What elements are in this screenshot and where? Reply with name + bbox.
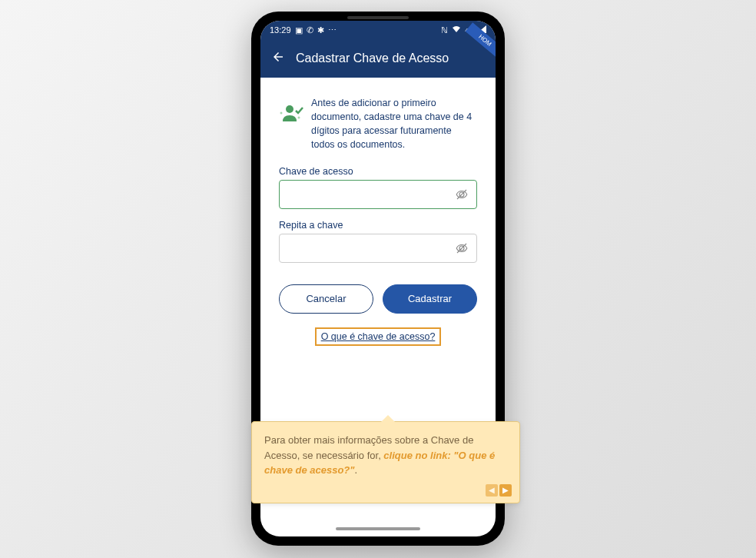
svg-point-2	[298, 117, 300, 119]
field-access-key: Chave de acesso	[279, 166, 477, 209]
tutorial-tooltip: Para obter mais informações sobre a Chav…	[251, 421, 520, 503]
tooltip-prev-button[interactable]: ◀	[486, 484, 498, 497]
svg-point-1	[280, 112, 283, 115]
button-row: Cancelar Cadastrar	[279, 284, 477, 314]
ellipsis-icon: ⋯	[328, 25, 337, 35]
access-key-input-wrap[interactable]	[279, 180, 477, 209]
repeat-key-input[interactable]	[280, 242, 455, 254]
repeat-key-input-wrap[interactable]	[279, 234, 477, 263]
app-header: Cadastrar Chave de Acesso HOM	[260, 39, 496, 78]
help-link[interactable]: O que é chave de acesso?	[315, 327, 442, 346]
wifi-icon	[452, 25, 461, 35]
access-key-label: Chave de acesso	[279, 166, 477, 177]
whatsapp-icon: ✆	[307, 25, 313, 35]
content-area: Antes de adicionar o primeiro documento,…	[260, 78, 496, 346]
screenshot-icon: ▣	[295, 25, 303, 35]
status-bar: 13:29 ▣ ✆ ✱ ⋯ ℕ 4G	[260, 21, 496, 39]
tooltip-next-button[interactable]: ▶	[499, 484, 512, 497]
nfc-icon: ℕ	[441, 25, 448, 35]
intro-text: Antes de adicionar o primeiro documento,…	[311, 96, 477, 152]
submit-button[interactable]: Cadastrar	[383, 284, 477, 314]
help-link-wrap: O que é chave de acesso?	[279, 327, 477, 346]
svg-point-0	[286, 105, 293, 113]
eye-off-icon[interactable]	[455, 241, 476, 255]
tooltip-text-after: .	[354, 464, 357, 476]
intro-block: Antes de adicionar o primeiro documento,…	[279, 96, 477, 152]
page-title: Cadastrar Chave de Acesso	[296, 51, 449, 65]
status-time: 13:29	[270, 25, 291, 35]
back-arrow-icon[interactable]	[271, 50, 285, 67]
access-key-input[interactable]	[280, 188, 455, 200]
more-icon: ✱	[317, 25, 324, 35]
eye-off-icon[interactable]	[455, 188, 476, 201]
home-indicator[interactable]	[336, 527, 420, 530]
tooltip-nav: ◀ ▶	[486, 484, 512, 497]
cancel-button[interactable]: Cancelar	[279, 284, 373, 314]
field-repeat-key: Repita a chave	[279, 220, 477, 263]
user-check-icon	[279, 101, 303, 125]
repeat-key-label: Repita a chave	[279, 220, 477, 231]
